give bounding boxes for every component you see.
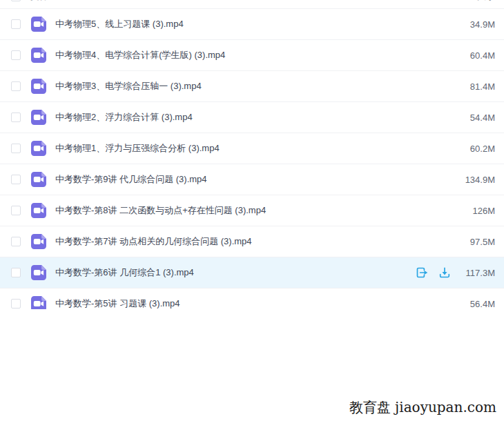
video-file-icon	[30, 295, 47, 309]
file-name[interactable]: 中考物理5、线上习题课 (3).mp4	[55, 18, 184, 30]
save-to-drive-button[interactable]	[415, 266, 429, 280]
row-checkbox[interactable]	[11, 112, 21, 122]
video-file-icon	[30, 140, 47, 157]
row-checkbox[interactable]	[11, 268, 21, 277]
video-file-icon	[30, 16, 47, 32]
video-file-icon	[30, 47, 47, 63]
video-file-icon	[30, 233, 47, 250]
file-row[interactable]: 中考物理3、电学综合压轴一 (3).mp4 81.4M	[0, 71, 504, 102]
file-size: 34.9M	[459, 19, 495, 30]
file-size: 134.9M	[459, 175, 495, 185]
row-checkbox[interactable]	[11, 237, 21, 246]
file-row[interactable]: 中考数学-第8讲 二次函数与动点+存在性问题 (3).mp4 126M	[0, 195, 504, 226]
file-row[interactable]: 中考数学-第9讲 代几综合问题 (3).mp4 134.9M	[0, 164, 504, 195]
file-size: 97.5M	[459, 237, 495, 247]
file-size: 56.4M	[459, 299, 495, 309]
file-name[interactable]: 中考数学-第5讲 习题课 (3).mp4	[55, 297, 180, 309]
file-row[interactable]: 中考数学-第6讲 几何综合1 (3).mp4 117.3M	[0, 257, 504, 288]
file-row[interactable]: 中考数学-第7讲 动点相关的几何综合问题 (3).mp4 97.5M	[0, 226, 504, 257]
file-size: 54.4M	[459, 112, 495, 123]
row-checkbox[interactable]	[11, 175, 21, 184]
file-name[interactable]: 中考物理2、浮力综合计算 (3).mp4	[55, 111, 193, 124]
row-checkbox[interactable]	[11, 50, 21, 60]
file-name[interactable]: 中考物理3、电学综合压轴一 (3).mp4	[55, 80, 202, 92]
file-name[interactable]: 中考物理1、浮力与压强综合分析 (3).mp4	[55, 142, 220, 155]
file-name[interactable]: 中考数学-第7讲 动点相关的几何综合问题 (3).mp4	[55, 235, 252, 248]
file-list: 文件名 大小 中考物理5、线上习题课 (3).mp4	[0, 0, 504, 309]
watermark-site-name: 教育盘	[349, 399, 391, 415]
file-size: 81.4M	[459, 81, 495, 92]
download-icon	[438, 266, 452, 280]
video-file-icon	[30, 202, 47, 219]
row-checkbox[interactable]	[11, 81, 21, 91]
row-actions	[406, 266, 452, 280]
file-row[interactable]: 中考物理2、浮力综合计算 (3).mp4 54.4M	[0, 102, 504, 133]
file-name[interactable]: 中考数学-第8讲 二次函数与动点+存在性问题 (3).mp4	[55, 204, 266, 217]
file-row[interactable]: 中考物理4、电学综合计算(学生版) (3).mp4 60.4M	[0, 40, 504, 71]
site-watermark: 教育盘jiaoyupan.com	[349, 398, 496, 417]
row-checkbox[interactable]	[11, 299, 21, 309]
video-file-icon	[30, 264, 47, 281]
file-row[interactable]: 中考物理1、浮力与压强综合分析 (3).mp4 60.2M	[0, 133, 504, 164]
file-size: 60.2M	[459, 144, 495, 154]
file-size: 117.3M	[459, 268, 495, 278]
file-name[interactable]: 中考数学-第6讲 几何综合1 (3).mp4	[55, 266, 194, 279]
row-checkbox[interactable]	[11, 206, 21, 215]
download-button[interactable]	[438, 266, 452, 280]
video-file-icon	[30, 78, 47, 95]
file-name[interactable]: 中考物理4、电学综合计算(学生版) (3).mp4	[55, 49, 225, 61]
file-list-header: 文件名 大小	[0, 0, 504, 9]
save-to-drive-icon	[415, 266, 429, 280]
file-size: 60.4M	[459, 50, 495, 61]
file-rows-container: 中考物理5、线上习题课 (3).mp4 34.9M	[0, 9, 504, 309]
file-name[interactable]: 中考数学-第9讲 代几综合问题 (3).mp4	[55, 173, 207, 186]
column-header-filename[interactable]: 文件名	[30, 0, 57, 3]
row-checkbox[interactable]	[11, 19, 21, 29]
file-row[interactable]: 中考数学-第5讲 习题课 (3).mp4 56.4M	[0, 288, 504, 309]
row-checkbox[interactable]	[11, 144, 21, 153]
select-all-checkbox[interactable]	[11, 0, 21, 1]
watermark-domain: jiaoyupan.com	[395, 399, 496, 415]
video-file-icon	[30, 171, 47, 188]
file-row[interactable]: 中考物理5、线上习题课 (3).mp4 34.9M	[0, 9, 504, 40]
column-header-size[interactable]: 大小	[477, 0, 495, 3]
video-file-icon	[30, 109, 47, 126]
file-size: 126M	[459, 206, 495, 216]
